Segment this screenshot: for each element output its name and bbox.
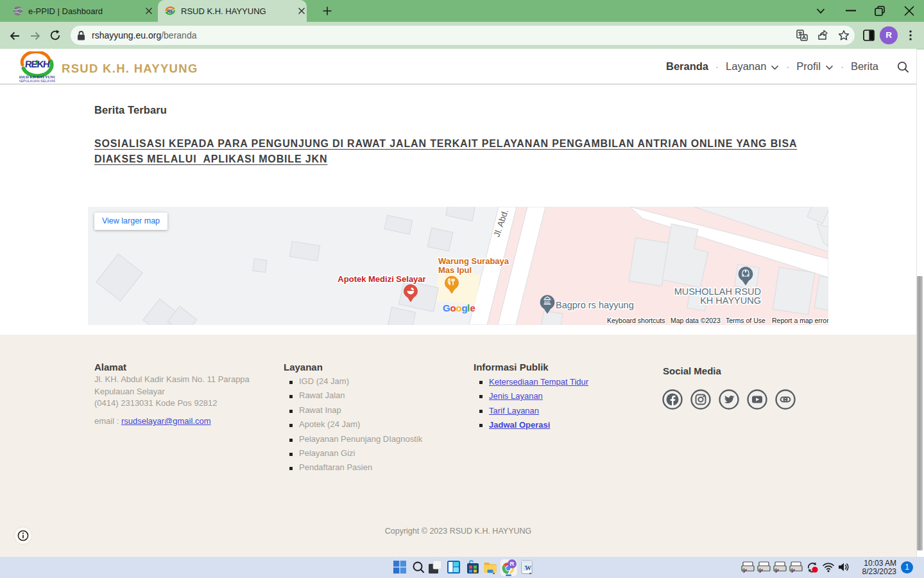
svg-text:REKH: REKH <box>24 59 50 70</box>
svg-text:o: o <box>450 302 456 313</box>
svg-text:e: e <box>470 302 475 313</box>
svg-text:Map data ©2023: Map data ©2023 <box>671 317 721 324</box>
svg-text:KH HAYYUNG: KH HAYYUNG <box>700 295 761 306</box>
svg-text:RE: RE <box>167 9 173 13</box>
svg-text:G: G <box>443 302 450 313</box>
svg-text:R: R <box>510 560 515 567</box>
svg-text:RSUD KH HAYYUNG: RSUD KH HAYYUNG <box>19 75 55 79</box>
svg-text:W: W <box>525 565 531 572</box>
svg-text:Warung Surabaya: Warung Surabaya <box>438 256 509 266</box>
svg-text:Keyboard shortcuts: Keyboard shortcuts <box>607 317 665 324</box>
svg-text:Terms of Use: Terms of Use <box>726 317 766 324</box>
svg-text:KEPULAUAN SELAYAR: KEPULAUAN SELAYAR <box>19 79 55 83</box>
svg-text:o: o <box>456 302 462 313</box>
svg-text:Apotek Medizi Selayar: Apotek Medizi Selayar <box>338 274 425 284</box>
svg-text:Mas Ipul: Mas Ipul <box>438 265 472 275</box>
svg-text:Report a map error: Report a map error <box>772 317 828 324</box>
svg-text:Bagpro rs hayyung: Bagpro rs hayyung <box>556 300 634 310</box>
